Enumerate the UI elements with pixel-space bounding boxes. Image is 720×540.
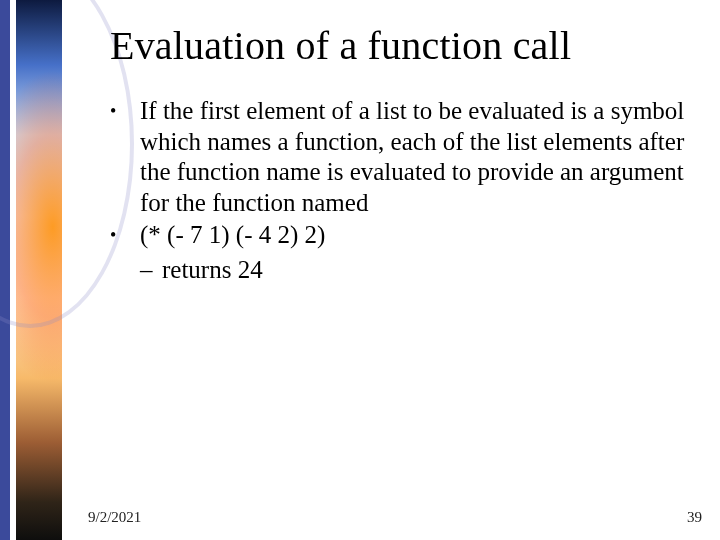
bullet-marker-icon: •: [110, 220, 140, 251]
dash-marker-icon: –: [140, 255, 162, 286]
bullet-item: • (* (- 7 1) (- 4 2) 2): [110, 220, 708, 251]
bullet-text: (* (- 7 1) (- 4 2) 2): [140, 220, 325, 251]
slide: Evaluation of a function call • If the f…: [0, 0, 720, 540]
slide-body: • If the first element of a list to be e…: [110, 96, 708, 285]
sub-bullet-text: returns 24: [162, 255, 263, 286]
bullet-text: If the first element of a list to be eva…: [140, 96, 708, 218]
decorative-sidebar: [0, 0, 62, 540]
sub-bullet-item: – returns 24: [140, 255, 708, 286]
footer-date: 9/2/2021: [88, 509, 141, 526]
bullet-marker-icon: •: [110, 96, 140, 218]
sidebar-stripe-blue: [0, 0, 10, 540]
slide-title: Evaluation of a function call: [110, 22, 700, 69]
footer-page-number: 39: [687, 509, 702, 526]
sidebar-gradient: [16, 0, 62, 540]
bullet-item: • If the first element of a list to be e…: [110, 96, 708, 218]
